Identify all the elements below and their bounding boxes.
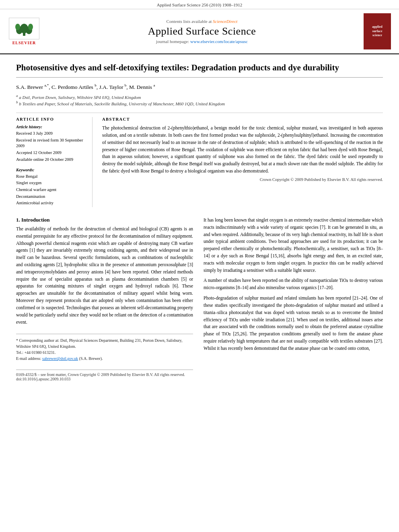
keyword-5: Antimicrobial activity bbox=[16, 200, 86, 206]
affiliation-b: b b Textiles and Paper, School of Materi… bbox=[16, 100, 383, 106]
keyword-3: Chemical warfare agent bbox=[16, 187, 86, 193]
svg-point-5 bbox=[28, 24, 33, 30]
article-info-col: ARTICLE INFO Article history: Received 3… bbox=[16, 117, 93, 207]
citation-bar: Applied Surface Science 256 (2010) 1908–… bbox=[0, 0, 399, 9]
body-left-col: 1. Introduction The availability of meth… bbox=[16, 217, 193, 381]
history-label: Article history: bbox=[16, 125, 86, 129]
sciencedirect-link[interactable]: ScienceDirect bbox=[213, 19, 237, 24]
homepage-link[interactable]: www.elsevier.com/locate/apsusc bbox=[190, 39, 248, 44]
body-two-col: 1. Introduction The availability of meth… bbox=[16, 217, 383, 381]
intro-heading: 1. Introduction bbox=[16, 217, 193, 223]
authors-line: S.A. Brewer a,*, C. Perdomo Artiles b, J… bbox=[16, 83, 383, 90]
abstract-label: ABSTRACT bbox=[102, 117, 383, 121]
bottom-issn: 0169-4332/$ – see front matter, Crown Co… bbox=[16, 372, 185, 381]
sciencedirect-text: Contents lists available at ScienceDirec… bbox=[47, 19, 357, 24]
article-title: Photosensitive dyes and self-detoxifying… bbox=[16, 62, 383, 78]
elsevier-logo: ELSEVIER bbox=[8, 18, 40, 45]
intro-para4: Photo-degradation of sulphur mustard and… bbox=[204, 295, 383, 352]
intro-para3: A number of studies have been reported o… bbox=[204, 277, 383, 292]
citation-text: Applied Surface Science 256 (2010) 1908–… bbox=[157, 2, 242, 7]
footnote-tel: Tel.: +44 01980 613231. bbox=[16, 349, 193, 355]
affil-a-sup: a bbox=[16, 94, 18, 98]
keyword-1: Rose Bengal bbox=[16, 174, 86, 180]
journal-header: ELSEVIER Contents lists available at Sci… bbox=[0, 9, 399, 54]
keyword-4: Decontamination bbox=[16, 194, 86, 200]
journal-cover: appliedsurfacescience bbox=[364, 13, 391, 49]
footnote-email-line: E-mail address: sabrewer@dstl.gov.uk (S.… bbox=[16, 355, 193, 362]
affil-b-sup: b bbox=[16, 100, 18, 104]
article-info-label: ARTICLE INFO bbox=[16, 117, 86, 121]
journal-homepage: journal homepage: www.elsevier.com/locat… bbox=[47, 39, 357, 44]
footnote-area: * Corresponding author at: Dstl, Physica… bbox=[16, 334, 193, 362]
intro-para1: The availability of methods for the dest… bbox=[16, 226, 193, 326]
elsevier-tree-icon bbox=[12, 20, 36, 37]
intro-para2: It has long been known that singlet oxyg… bbox=[204, 217, 383, 274]
affil-sup-b1: b bbox=[95, 83, 97, 87]
keywords-label: Keywords: bbox=[16, 168, 86, 172]
footnote-email-link[interactable]: sabrewer@dstl.gov.uk bbox=[42, 356, 78, 361]
keyword-2: Singlet oxygen bbox=[16, 180, 86, 186]
keywords-section: Keywords: Rose Bengal Singlet oxygen Che… bbox=[16, 168, 86, 206]
article-body: Photosensitive dyes and self-detoxifying… bbox=[0, 54, 399, 393]
affiliations: a a Dstl, Porton Down, Salisbury, Wiltsh… bbox=[16, 94, 383, 106]
body-right-col: It has long been known that singlet oxyg… bbox=[204, 217, 383, 381]
affil-sup-b2: b bbox=[125, 83, 127, 87]
elsevier-logo-box bbox=[9, 18, 39, 39]
affiliation-a: a a Dstl, Porton Down, Salisbury, Wiltsh… bbox=[16, 94, 383, 100]
info-abstract-section: ARTICLE INFO Article history: Received 3… bbox=[16, 113, 383, 207]
footnote-star: * Corresponding author at: Dstl, Physica… bbox=[16, 337, 193, 349]
affil-sup-a2: a bbox=[153, 83, 155, 87]
article-main: 1. Introduction The availability of meth… bbox=[16, 217, 383, 381]
bottom-bar: 0169-4332/$ – see front matter, Crown Co… bbox=[16, 370, 193, 381]
abstract-col: ABSTRACT The photochemical destruction o… bbox=[102, 117, 383, 207]
received-date: Received 3 July 2009 bbox=[16, 131, 86, 137]
copyright-line: Crown Copyright © 2009 Published by Else… bbox=[102, 177, 383, 182]
affil-sup-a1: a,* bbox=[45, 83, 49, 87]
abstract-text: The photochemical destruction of 2-(phen… bbox=[102, 125, 383, 175]
accepted-date: Accepted 12 October 2009 bbox=[16, 150, 86, 156]
svg-point-4 bbox=[15, 24, 20, 30]
revised-date: Received in revised form 30 September 20… bbox=[16, 138, 86, 149]
journal-title: Applied Surface Science bbox=[47, 25, 357, 37]
cover-title: appliedsurfacescience bbox=[372, 25, 382, 37]
article-history: Article history: Received 3 July 2009 Re… bbox=[16, 125, 86, 162]
elsevier-label: ELSEVIER bbox=[12, 41, 36, 45]
journal-header-center: Contents lists available at ScienceDirec… bbox=[47, 19, 357, 44]
online-date: Available online 20 October 2009 bbox=[16, 157, 86, 163]
